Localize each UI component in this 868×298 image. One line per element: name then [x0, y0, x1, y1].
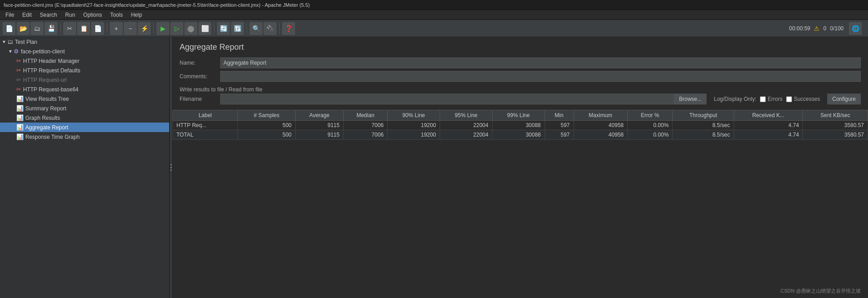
sidebar-item-face-petition-client[interactable]: ▼ ⚙ face-petition-client [0, 47, 169, 56]
toolbar-clear-btn[interactable]: 🔄 [217, 22, 230, 35]
toolbar-stop-btn[interactable]: ⬤ [185, 22, 197, 35]
menu-file[interactable]: File [2, 11, 18, 19]
sidebar-item-http-request-defaults[interactable]: ✂ HTTP Request Defaults [0, 66, 169, 75]
sidebar-item-test-plan[interactable]: ▼ 🗂 Test Plan [0, 37, 169, 47]
table-cell: 3580.57 [803, 121, 868, 130]
sidebar-item-http-request-url[interactable]: ✏ HTTP Request-url [0, 75, 169, 85]
toolbar-paste-btn[interactable]: 📄 [91, 22, 104, 35]
sidebar-label-http-base64: HTTP Request-base64 [23, 86, 79, 93]
toolbar-search-btn[interactable]: 🔍 [250, 22, 262, 35]
table-cell: 19200 [388, 130, 440, 140]
log-display-label: Log/Display Only: [714, 96, 756, 102]
configure-button[interactable]: Configure [827, 94, 861, 104]
errors-checkbox-label[interactable]: Errors [760, 96, 783, 102]
splitter-dot-1 [171, 164, 172, 166]
sidebar-item-summary-report[interactable]: 📊 Summary Report [0, 104, 169, 113]
sidebar-label-graph: Graph Results [25, 115, 60, 121]
filename-label: Filename [180, 96, 220, 102]
col-average: Average [295, 110, 343, 121]
watermark: CSDN @愚昧之山绝望之谷开悟之坡 [781, 288, 861, 294]
response-time-icon: 📊 [16, 133, 24, 140]
menu-bar: File Edit Search Run Options Tools Help [0, 10, 868, 20]
toggle-face-petition-client[interactable]: ▼ [8, 49, 13, 54]
errors-label: Errors [768, 96, 783, 102]
successes-checkbox[interactable] [786, 96, 792, 102]
sidebar-item-aggregate-report[interactable]: 📊 Aggregate Report [0, 123, 169, 132]
sidebar-label-http-defaults: HTTP Request Defaults [23, 67, 81, 74]
write-results-section: Write results to file / Read from file [180, 85, 861, 94]
warning-icon: ⚠ [814, 25, 820, 32]
menu-help[interactable]: Help [127, 11, 146, 19]
toolbar-open-btn[interactable]: 📂 [17, 22, 29, 35]
table-cell: 7006 [343, 130, 387, 140]
sidebar-label-summary: Summary Report [25, 105, 66, 112]
toolbar-clear-all-btn[interactable]: 🔃 [231, 22, 244, 35]
toolbar-remote-btn[interactable]: 🔌 [264, 22, 276, 35]
log-display-section: Log/Display Only: Errors Successes Confi… [714, 94, 861, 104]
face-petition-icon: ⚙ [14, 48, 19, 55]
toolbar: 📄 📂 🗂 💾 ✂ 📋 📄 + − ⚡ ▶ ▷ ⬤ ⬜ 🔄 🔃 🔍 🔌 ❓ 00… [0, 20, 868, 37]
table-cell: TOTAL [173, 130, 238, 140]
aggregate-table: Label # Samples Average Median 90% Line … [172, 110, 868, 140]
sidebar-item-view-results-tree[interactable]: 📊 View Results Tree [0, 94, 169, 104]
toolbar-sep-5 [247, 23, 247, 34]
content-area: Aggregate Report Name: Comments: Write r… [172, 37, 868, 298]
write-results-label: Write results to file / Read from file [180, 85, 262, 95]
toolbar-sep-1 [60, 23, 61, 34]
toolbar-shutdown-btn[interactable]: ⬜ [199, 22, 211, 35]
toolbar-start-no-pause-btn[interactable]: ▷ [171, 22, 183, 35]
table-cell: 8.5/sec [673, 121, 734, 130]
browse-button[interactable]: Browse... [674, 94, 707, 104]
sidebar-item-response-time-graph[interactable]: 📊 Response Time Graph [0, 132, 169, 142]
table-cell: 8.5/sec [673, 130, 734, 140]
errors-checkbox[interactable] [760, 96, 766, 102]
table-cell: 19200 [388, 121, 440, 130]
sidebar-item-http-request-base64[interactable]: ✂ HTTP Request-base64 [0, 85, 169, 94]
toolbar-start-btn[interactable]: ▶ [157, 22, 169, 35]
table-cell: 30088 [492, 121, 545, 130]
table-cell: HTTP Req... [173, 121, 238, 130]
comments-input[interactable] [220, 71, 861, 82]
table-cell: 4.74 [734, 121, 803, 130]
menu-options[interactable]: Options [80, 11, 105, 19]
table-cell: 9115 [295, 121, 343, 130]
toolbar-add-btn[interactable]: + [110, 22, 123, 35]
graph-results-icon: 📊 [16, 114, 24, 121]
toolbar-help-btn[interactable]: ❓ [282, 22, 295, 35]
filename-row: Filename Browse... Log/Display Only: Err… [180, 94, 861, 104]
toggle-test-plan[interactable]: ▼ [2, 39, 6, 44]
sidebar-label-test-plan: Test Plan [15, 39, 37, 45]
menu-tools[interactable]: Tools [106, 11, 126, 19]
col-sent: Sent KB/sec [803, 110, 868, 121]
sidebar: ▼ 🗂 Test Plan ▼ ⚙ face-petition-client ✂… [0, 37, 170, 298]
http-base64-icon: ✂ [16, 86, 21, 93]
filename-input[interactable] [220, 94, 674, 104]
toolbar-globe-btn[interactable]: 🌐 [849, 22, 862, 35]
http-url-icon: ✏ [16, 76, 21, 83]
toolbar-remove-btn[interactable]: − [124, 22, 137, 35]
page-title: Aggregate Report [180, 43, 861, 52]
table-row: TOTAL50091157006192002200430088597409580… [173, 130, 868, 140]
sidebar-item-graph-results[interactable]: 📊 Graph Results [0, 113, 169, 123]
name-input[interactable] [220, 57, 861, 68]
name-row: Name: [180, 57, 861, 68]
successes-checkbox-label[interactable]: Successes [786, 96, 820, 102]
toolbar-close-btn[interactable]: 🗂 [31, 22, 43, 35]
toolbar-new-btn[interactable]: 📄 [3, 22, 15, 35]
sidebar-label-face-petition: face-petition-client [21, 48, 65, 55]
toolbar-copy-btn[interactable]: 📋 [77, 22, 90, 35]
menu-search[interactable]: Search [36, 11, 61, 19]
col-throughput: Throughput [673, 110, 734, 121]
toolbar-cut-btn[interactable]: ✂ [63, 22, 76, 35]
col-min: Min [545, 110, 574, 121]
col-label: Label [173, 110, 238, 121]
toolbar-action-btn[interactable]: ⚡ [138, 22, 151, 35]
name-label: Name: [180, 60, 220, 66]
toolbar-save-btn[interactable]: 💾 [45, 22, 57, 35]
test-plan-icon: 🗂 [7, 38, 13, 45]
menu-edit[interactable]: Edit [19, 11, 35, 19]
menu-run[interactable]: Run [62, 11, 79, 19]
table-cell: 597 [545, 121, 574, 130]
splitter-dot-3 [171, 170, 172, 171]
sidebar-item-http-header-manager[interactable]: ✂ HTTP Header Manager [0, 56, 169, 66]
